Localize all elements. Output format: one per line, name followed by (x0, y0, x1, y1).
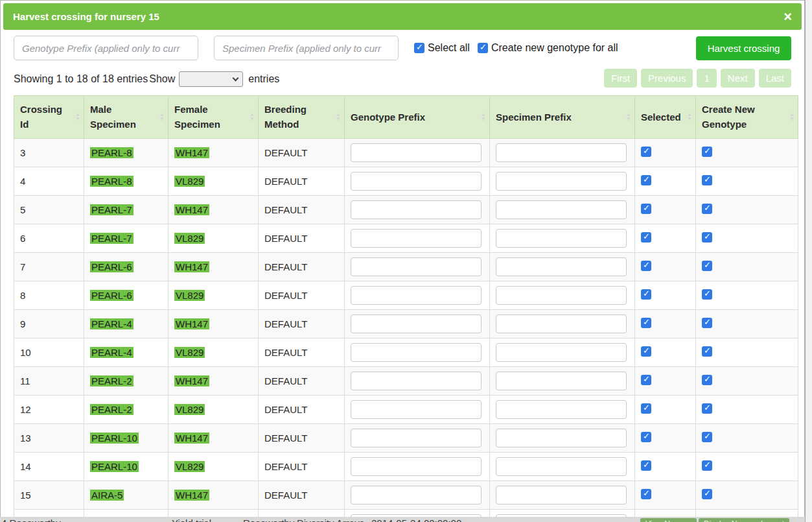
selected-checkbox[interactable] (641, 403, 651, 414)
breeding-method-cell: DEFAULT (259, 195, 345, 224)
create-new-genotype-checkbox[interactable] (702, 489, 712, 499)
selected-checkbox[interactable] (641, 489, 651, 499)
genotype-prefix-input[interactable] (351, 372, 481, 390)
page-length-select-wrap (179, 71, 243, 87)
genotype-prefix-input[interactable] (351, 286, 481, 305)
genotype-prefix-input[interactable] (351, 172, 481, 191)
close-icon[interactable]: × (783, 10, 792, 24)
selected-checkbox[interactable] (641, 232, 651, 243)
genotype-prefix-input[interactable] (351, 457, 481, 476)
specimen-prefix-input[interactable] (496, 457, 627, 476)
table-row: 5 PEARL-7 WH147 DEFAULT (14, 195, 798, 224)
select-all-checkbox[interactable] (414, 43, 424, 53)
breeding-method-cell (259, 509, 345, 517)
specimen-prefix-input[interactable] (496, 486, 627, 504)
page-button-first[interactable]: First (604, 69, 637, 88)
header-selected[interactable]: Selected▲▼ (635, 96, 696, 139)
create-new-genotype-checkbox[interactable] (702, 346, 712, 357)
genotype-prefix-input[interactable] (351, 200, 481, 219)
male-specimen-label: PEARL-10 (90, 461, 139, 472)
selected-checkbox[interactable] (641, 460, 651, 471)
create-new-genotype-checkbox[interactable] (702, 204, 712, 214)
specimen-prefix-input[interactable] (496, 514, 627, 517)
crossing-id-cell: 13 (14, 423, 84, 452)
table-row: 14 PEARL-10 VL829 DEFAULT (14, 452, 798, 480)
selected-checkbox[interactable] (641, 261, 651, 271)
page-length-select[interactable] (179, 71, 243, 87)
selected-checkbox[interactable] (641, 204, 651, 214)
specimen-prefix-input[interactable] (496, 172, 627, 191)
specimen-prefix-input[interactable] (496, 143, 627, 162)
genotype-prefix-input[interactable] (351, 429, 481, 447)
view-nursery-button[interactable]: View Nursery (640, 518, 697, 522)
genotype-prefix-input[interactable] (351, 257, 481, 276)
select-all-group: Select all (414, 42, 470, 54)
header-specimen-prefix[interactable]: Specimen Prefix▲▼ (490, 96, 635, 139)
page-button-1[interactable]: 1 (697, 69, 716, 88)
create-new-genotype-checkbox[interactable] (702, 289, 712, 300)
specimen-prefix-input[interactable] (496, 314, 627, 333)
genotype-prefix-filter-input[interactable] (14, 36, 198, 60)
page-scrollbar[interactable] (805, 0, 812, 522)
create-new-genotype-checkbox[interactable] (702, 460, 712, 471)
page-button-next[interactable]: Next (721, 69, 755, 88)
selected-checkbox[interactable] (641, 432, 651, 442)
genotype-prefix-input[interactable] (351, 229, 481, 248)
create-new-genotype-checkbox[interactable] (702, 318, 712, 328)
specimen-prefix-input[interactable] (496, 400, 627, 419)
table-row: 4 PEARL-8 VL829 DEFAULT (14, 167, 798, 195)
display-nursery-layout-button[interactable]: Display Nursery Layout (699, 518, 789, 522)
male-specimen-label: PEARL-7 (90, 233, 133, 244)
create-new-genotype-checkbox[interactable] (702, 261, 712, 271)
genotype-prefix-input[interactable] (351, 400, 481, 419)
create-new-genotype-all-group: Create new genotype for all (478, 42, 618, 54)
specimen-prefix-input[interactable] (496, 257, 627, 276)
header-crossing-id[interactable]: Crossing Id▲▼ (14, 96, 84, 139)
crossing-table-head: Crossing Id▲▼ Male Specimen▲▼ Female Spe… (14, 96, 798, 139)
selected-checkbox[interactable] (641, 318, 651, 328)
pagination: FirstPrevious1NextLast (604, 69, 791, 88)
selected-checkbox[interactable] (641, 375, 651, 385)
create-new-genotype-checkbox[interactable] (702, 147, 712, 157)
sort-icon: ▲▼ (481, 112, 486, 121)
harvest-crossing-button[interactable]: Harvest crossing (696, 36, 791, 60)
create-new-genotype-checkbox[interactable] (702, 232, 712, 243)
page-button-last[interactable]: Last (759, 69, 791, 88)
crossing-id-cell: 11 (14, 366, 84, 395)
specimen-prefix-input[interactable] (496, 372, 627, 390)
page-button-previous[interactable]: Previous (641, 69, 693, 88)
header-genotype-prefix[interactable]: Genotype Prefix▲▼ (345, 96, 490, 139)
specimen-prefix-input[interactable] (496, 286, 627, 305)
genotype-prefix-input[interactable] (351, 514, 481, 517)
genotype-prefix-input[interactable] (351, 143, 481, 162)
selected-checkbox[interactable] (641, 346, 651, 357)
create-new-genotype-checkbox[interactable] (702, 175, 712, 185)
header-create-new-genotype[interactable]: Create New Genotype▲▼ (696, 96, 798, 139)
specimen-prefix-input[interactable] (496, 429, 627, 447)
female-specimen-label: VL829 (174, 404, 205, 415)
table-row: 3 PEARL-8 WH147 DEFAULT (14, 138, 798, 167)
selected-checkbox[interactable] (641, 175, 651, 185)
background-cell: Yield trial (172, 517, 211, 522)
selected-checkbox[interactable] (641, 289, 651, 300)
header-female-specimen[interactable]: Female Specimen▲▼ (168, 96, 259, 139)
female-specimen-label: WH147 (174, 318, 209, 329)
specimen-prefix-input[interactable] (496, 343, 627, 362)
genotype-prefix-input[interactable] (351, 486, 481, 504)
selected-checkbox[interactable] (641, 147, 651, 157)
create-new-genotype-checkbox[interactable] (702, 403, 712, 414)
create-new-genotype-all-checkbox[interactable] (478, 43, 488, 53)
create-new-genotype-all-label: Create new genotype for all (491, 42, 618, 54)
crossing-id-cell: 14 (14, 452, 84, 480)
specimen-prefix-input[interactable] (496, 229, 627, 248)
create-new-genotype-checkbox[interactable] (702, 432, 712, 442)
specimen-prefix-input[interactable] (496, 200, 627, 219)
sort-icon: ▲▼ (626, 112, 631, 121)
header-male-specimen[interactable]: Male Specimen▲▼ (84, 96, 168, 139)
genotype-prefix-input[interactable] (351, 343, 481, 362)
create-new-genotype-checkbox[interactable] (702, 375, 712, 385)
sort-icon: ▲▼ (159, 112, 165, 121)
header-breeding-method[interactable]: Breeding Method▲▼ (259, 96, 345, 139)
genotype-prefix-input[interactable] (351, 314, 481, 333)
specimen-prefix-filter-input[interactable] (214, 36, 399, 60)
